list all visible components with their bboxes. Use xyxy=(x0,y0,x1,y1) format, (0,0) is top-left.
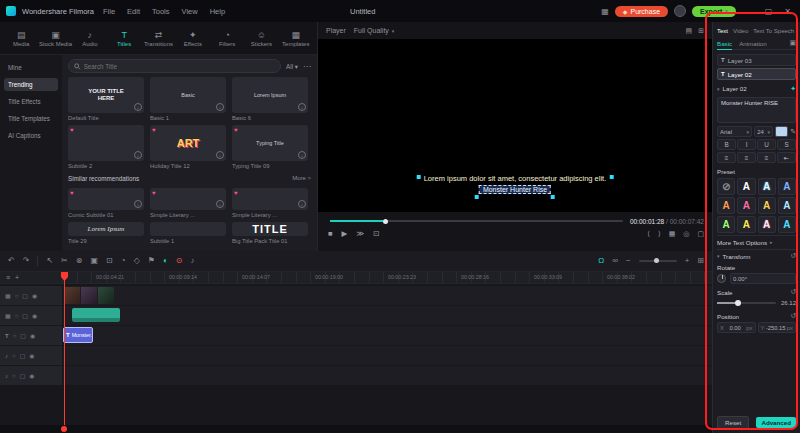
favorite-icon[interactable]: ♥ xyxy=(234,127,238,133)
preset-item[interactable]: A xyxy=(758,216,776,233)
fullscreen-icon[interactable]: ▢ xyxy=(697,230,704,238)
selection-handle[interactable] xyxy=(475,195,479,199)
track-header[interactable]: ♪ ○ ▢ ◉ xyxy=(0,346,62,365)
sidebar-item-ai-captions[interactable]: AI Captions xyxy=(4,129,58,142)
position-y-input[interactable]: Y-250.15px xyxy=(758,322,797,333)
snapshot-icon[interactable]: ◎ xyxy=(683,230,689,238)
italic-button[interactable]: I xyxy=(737,139,756,150)
title-card[interactable]: ♥ART↓ Holiday Title 12 xyxy=(150,125,226,169)
copy-icon[interactable]: ▣ xyxy=(91,256,99,266)
text-overlay-box[interactable]: Lorem ipsum dolor sit amet, consectetur … xyxy=(424,174,607,194)
tab-effects[interactable]: ✦Effects xyxy=(176,30,210,47)
advanced-button[interactable]: Advanced xyxy=(756,417,796,428)
track-lane[interactable]: TMonster... xyxy=(63,326,712,345)
record-voiceover-icon[interactable]: ⊙ xyxy=(176,256,183,266)
font-family-select[interactable]: Arial▾ xyxy=(717,126,752,137)
track-header[interactable]: ▦ ○ ▢ ◉ xyxy=(0,306,62,325)
favorite-icon[interactable]: ♥ xyxy=(70,127,74,133)
track-header[interactable]: ♪ ○ ▢ ◉ xyxy=(0,366,62,385)
crop-icon[interactable]: ⊡ xyxy=(106,256,113,266)
reset-position-icon[interactable]: ↺ xyxy=(790,312,796,320)
track-header[interactable]: ▦ ○ ▢ ◉ xyxy=(0,286,62,305)
mute-icon[interactable]: ○ xyxy=(13,333,17,339)
lock-icon[interactable]: ▢ xyxy=(22,312,28,319)
scale-slider-thumb[interactable] xyxy=(735,300,741,306)
workspace-layout-icon[interactable]: ▦ xyxy=(601,7,609,16)
tab-stock-media[interactable]: ▣Stock Media xyxy=(38,30,72,47)
effect-clip[interactable] xyxy=(72,308,120,322)
menu-file[interactable]: File xyxy=(100,7,118,16)
title-card[interactable]: Subtitle 1 xyxy=(150,222,226,244)
lock-icon[interactable]: ▢ xyxy=(22,292,28,299)
lock-icon[interactable]: ▢ xyxy=(20,332,26,339)
reset-transform-icon[interactable]: ↺ xyxy=(790,252,796,260)
timeline-zoom-slider[interactable] xyxy=(639,260,677,262)
mute-icon[interactable]: ○ xyxy=(12,353,16,359)
play-button[interactable]: ▶ xyxy=(342,229,348,238)
audio-mixer-icon[interactable]: ♪ xyxy=(191,256,195,266)
selection-handle[interactable] xyxy=(417,175,421,179)
zoom-out-icon[interactable]: − xyxy=(626,256,631,266)
eyedropper-icon[interactable]: ✎ xyxy=(790,128,796,136)
loop-button[interactable]: ⊡ xyxy=(373,229,379,238)
timeline-scrollbar[interactable] xyxy=(0,425,712,433)
razor-tool-icon[interactable]: ✂ xyxy=(61,256,68,266)
preset-item[interactable]: A xyxy=(717,216,735,233)
search-input[interactable] xyxy=(84,63,275,70)
tab-text[interactable]: Text xyxy=(717,28,728,34)
strikethrough-button[interactable]: S xyxy=(777,139,796,150)
font-size-select[interactable]: 24▾ xyxy=(754,126,773,137)
bold-button[interactable]: B xyxy=(717,139,736,150)
tab-filters[interactable]: ◔Filters xyxy=(210,30,244,47)
align-left-button[interactable]: ≡ xyxy=(717,152,736,163)
snap-magnet-icon[interactable]: Ω xyxy=(598,256,604,266)
tab-audio[interactable]: ♪Audio xyxy=(73,30,107,47)
quality-dropdown[interactable]: Full Quality▾ xyxy=(354,27,395,34)
menu-view[interactable]: View xyxy=(179,7,201,16)
preset-item[interactable]: A xyxy=(737,178,755,195)
delete-icon[interactable]: ⊗ xyxy=(76,256,83,266)
selection-handle[interactable] xyxy=(551,195,555,199)
download-icon[interactable]: ↓ xyxy=(134,200,142,208)
timeline-ruler[interactable]: ≡ + 00:00:04:21 00:00:09:14 00:00:14:07 … xyxy=(0,272,712,284)
favorite-icon[interactable]: ♥ xyxy=(152,190,156,196)
add-track-icon[interactable]: + xyxy=(15,274,19,281)
title-card[interactable]: ♥↓ Simple Literary ... xyxy=(150,188,226,218)
preset-item[interactable]: A xyxy=(737,197,755,214)
marker-icon[interactable]: ⚑ xyxy=(148,256,155,266)
sidebar-item-trending[interactable]: Trending xyxy=(4,78,58,91)
overlay-line1[interactable]: Lorem ipsum dolor sit amet, consectetur … xyxy=(424,174,607,183)
scale-slider[interactable] xyxy=(717,302,776,304)
aspect-ratio-icon[interactable]: ⊞ xyxy=(698,27,704,35)
layer-effects-icon[interactable]: ✦ xyxy=(790,85,796,93)
rotate-value-input[interactable]: 0.00° xyxy=(730,273,796,284)
title-card[interactable]: ♥↓ Subtitle 2 xyxy=(68,125,144,169)
maximize-button[interactable]: ▢ xyxy=(762,7,776,16)
previous-edit-point-icon[interactable]: ⟨ xyxy=(647,230,650,238)
track-lane[interactable] xyxy=(63,366,712,385)
purchase-button[interactable]: ◆Purchase xyxy=(615,6,668,17)
menu-help[interactable]: Help xyxy=(207,7,228,16)
lock-icon[interactable]: ▢ xyxy=(20,372,26,379)
overlay-line2-selected[interactable]: Monster Hunter Rise xyxy=(479,185,551,194)
layer-item-02[interactable]: TLayer 02 xyxy=(717,68,796,80)
visibility-icon[interactable]: ◉ xyxy=(29,372,34,379)
display-layout-icon[interactable]: ▤ xyxy=(686,27,693,35)
visibility-icon[interactable]: ◉ xyxy=(32,292,37,299)
title-card[interactable]: Lorem Ipsum Title 29 xyxy=(68,222,144,244)
preset-item[interactable]: A xyxy=(737,216,755,233)
fit-timeline-icon[interactable]: ⊞ xyxy=(697,256,704,266)
subtab-basic[interactable]: Basic xyxy=(717,37,732,50)
download-icon[interactable]: ↓ xyxy=(216,200,224,208)
title-card[interactable]: ♥Typing Title↓ Typing Title 09 xyxy=(232,125,308,169)
text-color-swatch[interactable] xyxy=(775,126,788,137)
undo-icon[interactable]: ↶ xyxy=(8,256,15,266)
visibility-icon[interactable]: ◉ xyxy=(29,352,34,359)
reset-scale-icon[interactable]: ↺ xyxy=(790,288,796,296)
search-box[interactable] xyxy=(68,59,281,73)
zoom-in-icon[interactable]: + xyxy=(685,256,690,266)
video-clip[interactable] xyxy=(64,287,114,304)
save-preset-icon[interactable]: ▣ xyxy=(789,39,796,47)
export-button[interactable]: Export▾ xyxy=(692,6,736,17)
video-preview[interactable]: Lorem ipsum dolor sit amet, consectetur … xyxy=(318,39,712,212)
